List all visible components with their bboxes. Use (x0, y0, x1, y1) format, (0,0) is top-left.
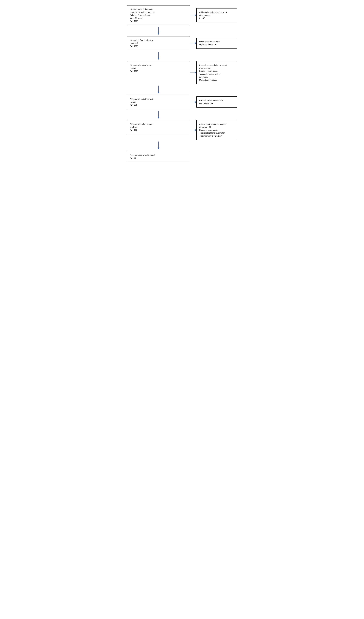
h-arrow-4 (190, 101, 196, 103)
row-4: Records taken to brief textreview(n = 37… (127, 95, 237, 109)
box2-left: Records before duplicatesremoved(n = 197… (127, 36, 190, 50)
box4-left: Records taken to brief textreview(n = 37… (127, 95, 190, 109)
v-arrow-1-right (190, 25, 237, 36)
row3-arrow-right: Records removed after abstractreview = 1… (190, 61, 237, 84)
h-arrow-1-head (195, 14, 196, 16)
v-arrow-1 (127, 25, 237, 36)
v-arrow-1-left (127, 25, 190, 36)
box1-left-text: Records identified throughdatabase searc… (130, 8, 154, 22)
v-arrow-4-right (190, 109, 237, 120)
row-6: Records used to build model(n = 3) (127, 151, 237, 162)
arrow-down-4-line (158, 111, 159, 117)
h-arrow-3 (190, 72, 196, 74)
arrow-down-5-line (158, 141, 159, 148)
arrow-down-1-head (157, 33, 160, 35)
box4-right: Records removed after brieftext review =… (196, 97, 237, 108)
box5-right: After in depth analysis, recordsremoved … (196, 120, 237, 140)
h-arrow-3-head (195, 72, 196, 74)
row-3: Records taken to abstractreview(n = 160)… (127, 61, 237, 84)
box3-left: Records taken to abstractreview(n = 160) (127, 61, 190, 75)
h-arrow-1 (190, 14, 196, 16)
box2-right-text: Records screened afterduplicate check = … (199, 41, 220, 46)
row1-arrow-right: Additional results obtained fromother so… (190, 5, 237, 25)
row6-right-empty (190, 151, 237, 162)
h-arrow-2-head (195, 42, 196, 44)
box4-left-wrap: Records taken to brief textreview(n = 37… (127, 95, 190, 109)
box4-right-wrap: Records removed after brieftext review =… (196, 97, 237, 108)
box3-right-wrap: Records removed after abstractreview = 1… (196, 61, 237, 84)
arrow-down-1-line (158, 27, 159, 33)
box5-right-text: After in depth analysis, recordsremoved … (199, 123, 226, 137)
v-arrow-5-right (190, 140, 237, 151)
row-1: Records identified throughdatabase searc… (127, 5, 237, 25)
box6-left-wrap: Records used to build model(n = 3) (127, 151, 190, 162)
arrow-down-4-head (157, 117, 160, 119)
row2-arrow-right: Records screened afterduplicate check = … (190, 36, 237, 50)
row-5: Records taken for in depthanalysis(n = 1… (127, 120, 237, 140)
row-2: Records before duplicatesremoved(n = 197… (127, 36, 237, 50)
arrow-down-3 (157, 85, 160, 93)
row5-arrow-right: After in depth analysis, recordsremoved … (190, 120, 237, 140)
box2-right: Records screened afterduplicate check = … (196, 38, 237, 49)
arrow-down-5-head (157, 148, 160, 149)
box1-right-text: Additional results obtained fromother so… (199, 11, 227, 19)
arrow-down-3-line (158, 85, 159, 92)
arrow-down-4 (157, 111, 160, 119)
h-arrow-3-line (190, 72, 195, 73)
box5-left-text: Records taken for in depthanalysis(n = 1… (130, 123, 153, 131)
h-arrow-5-head (195, 129, 196, 131)
h-arrow-4-line (190, 102, 195, 102)
box1-left-wrap: Records identified throughdatabase searc… (127, 5, 190, 25)
box4-right-text: Records removed after brieftext review =… (199, 99, 224, 105)
v-arrow-2 (127, 50, 237, 61)
h-arrow-5-line (190, 130, 195, 130)
v-arrow-2-right (190, 50, 237, 61)
v-arrow-4-left (127, 109, 190, 120)
v-arrow-3-left (127, 84, 190, 95)
box1-left: Records identified throughdatabase searc… (127, 5, 190, 25)
box1-right: Additional results obtained fromother so… (196, 8, 237, 22)
row4-arrow-right: Records removed after brieftext review =… (190, 95, 237, 109)
box3-right: Records removed after abstractreview = 1… (196, 61, 237, 84)
box6-left-text: Records used to build model(n = 3) (130, 154, 155, 159)
arrow-down-5 (157, 141, 160, 149)
arrow-down-2-line (158, 52, 159, 58)
arrow-down-3-head (157, 92, 160, 93)
box2-left-wrap: Records before duplicatesremoved(n = 197… (127, 36, 190, 50)
h-arrow-4-head (195, 101, 196, 103)
v-arrow-3-right (190, 84, 237, 95)
box2-left-text: Records before duplicatesremoved(n = 197… (130, 39, 153, 47)
arrow-down-1 (157, 27, 160, 35)
box3-right-text: Records removed after abstractreview = 1… (199, 64, 227, 81)
h-arrow-2 (190, 42, 196, 44)
v-arrow-3 (127, 84, 237, 95)
v-arrow-2-left (127, 50, 190, 61)
h-arrow-5 (190, 129, 196, 131)
box5-right-wrap: After in depth analysis, recordsremoved … (196, 120, 237, 140)
h-arrow-2-line (190, 43, 195, 43)
box5-left: Records taken for in depthanalysis(n = 1… (127, 120, 190, 134)
v-arrow-5 (127, 140, 237, 151)
box2-right-wrap: Records screened afterduplicate check = … (196, 38, 237, 49)
arrow-down-2-head (157, 58, 160, 60)
v-arrow-4 (127, 109, 237, 120)
prisma-flow-diagram: Records identified throughdatabase searc… (127, 5, 237, 162)
v-arrow-5-left (127, 140, 190, 151)
arrow-down-2 (157, 52, 160, 60)
box3-left-wrap: Records taken to abstractreview(n = 160) (127, 61, 190, 84)
box6-left: Records used to build model(n = 3) (127, 151, 190, 162)
box4-left-text: Records taken to brief textreview(n = 37… (130, 98, 153, 106)
box1-right-wrap: Additional results obtained fromother so… (196, 8, 237, 22)
box5-left-wrap: Records taken for in depthanalysis(n = 1… (127, 120, 190, 140)
box3-left-text: Records taken to abstractreview(n = 160) (130, 64, 152, 72)
h-arrow-1-line (190, 15, 195, 15)
